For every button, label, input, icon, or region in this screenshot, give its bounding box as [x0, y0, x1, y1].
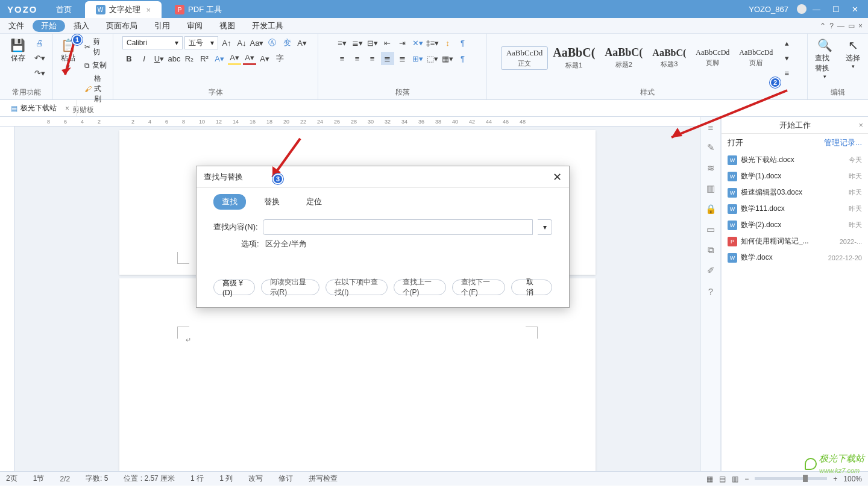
style-up-icon[interactable]: ▴ — [780, 36, 793, 49]
avatar-icon[interactable] — [797, 4, 807, 14]
align-left-icon[interactable]: ≡ — [336, 52, 349, 65]
recent-file-item[interactable]: W数学(2).docx昨天 — [724, 217, 866, 233]
style-footer[interactable]: AaBbCcDd页脚 — [691, 47, 734, 69]
manage-records-link[interactable]: 管理记录... — [824, 137, 862, 148]
menu-start[interactable]: 开始 — [33, 20, 65, 32]
cancel-button[interactable]: 取消 — [511, 280, 552, 295]
subscript-icon[interactable]: R₂ — [183, 52, 196, 65]
help-panel-icon[interactable]: ? — [705, 286, 716, 296]
multilevel-icon[interactable]: ⊟▾ — [366, 36, 379, 49]
linespace-icon[interactable]: ‡≡▾ — [426, 36, 439, 49]
status-revision[interactable]: 修订 — [278, 474, 293, 484]
tune-icon[interactable]: ≋ — [705, 163, 716, 174]
close-icon[interactable]: ✕ — [553, 170, 562, 184]
status-col[interactable]: 1 列 — [219, 474, 233, 484]
view-outline-icon[interactable]: ▥ — [732, 475, 738, 483]
menu-review[interactable]: 审阅 — [178, 18, 211, 33]
restore-icon[interactable]: ▭ — [848, 22, 855, 30]
menu-view[interactable]: 视图 — [211, 18, 244, 33]
find-in-button[interactable]: 在以下项中查找(I) — [326, 280, 388, 295]
find-prev-button[interactable]: 查找上一个(P) — [394, 280, 447, 295]
select-button[interactable]: ↖选择▾ — [841, 36, 864, 81]
char-border-icon[interactable]: A▾ — [295, 36, 309, 49]
copy2-icon[interactable]: ⧉ — [705, 245, 716, 255]
edit-icon[interactable]: ✐ — [705, 265, 716, 276]
change-case-icon[interactable]: Aa▾ — [250, 36, 263, 49]
align-center-icon[interactable]: ≡ — [351, 52, 364, 65]
dialog-tab-goto[interactable]: 定位 — [298, 194, 330, 210]
recent-file-item[interactable]: W极速编辑器03.docx昨天 — [724, 184, 866, 201]
bold-icon[interactable]: B — [122, 52, 136, 65]
close-icon[interactable]: × — [146, 5, 151, 14]
showmarks-icon[interactable]: ¶ — [456, 36, 470, 49]
close2-icon[interactable]: × — [858, 22, 863, 30]
status-overwrite[interactable]: 改写 — [248, 474, 263, 484]
highlight-icon[interactable]: A▾ — [228, 52, 241, 65]
tab-word[interactable]: W 文字处理 × — [85, 1, 162, 18]
style-h3[interactable]: AaBbC(标题3 — [647, 46, 691, 70]
find-input[interactable] — [263, 219, 533, 235]
font-name-combo[interactable]: Calibri▾ — [122, 36, 183, 49]
numbering-icon[interactable]: ≣▾ — [351, 36, 364, 49]
style-h1[interactable]: AaBbC(标题1 — [548, 45, 600, 71]
status-position[interactable]: 位置 : 2.57 厘米 — [124, 474, 175, 484]
font-size-combo[interactable]: 五号▾ — [184, 36, 218, 49]
style-normal[interactable]: AaBbCcDd正文 — [501, 46, 549, 70]
align-dist-icon[interactable]: ≣ — [396, 52, 409, 65]
border-icon[interactable]: ▦▾ — [441, 52, 454, 65]
advanced-button[interactable]: 高级 ¥(D) — [213, 280, 255, 295]
superscript-icon[interactable]: R² — [198, 52, 211, 65]
paragraph-icon[interactable]: ¶ — [456, 52, 470, 65]
menu-file[interactable]: 文件 — [0, 18, 33, 33]
decrease-font-icon[interactable]: A↓ — [235, 36, 248, 49]
menu-layout[interactable]: 页面布局 — [98, 18, 146, 33]
menu-insert[interactable]: 插入 — [65, 18, 98, 33]
help-icon[interactable]: ? — [829, 22, 834, 30]
status-page[interactable]: 2页 — [6, 474, 17, 484]
close-icon[interactable]: × — [858, 120, 863, 130]
increase-font-icon[interactable]: A↑ — [220, 36, 233, 49]
menu-ref[interactable]: 引用 — [146, 18, 178, 33]
style-more-icon[interactable]: ≡ — [780, 66, 793, 80]
doc-tab[interactable]: ▤ 极光下载站 × — [4, 100, 77, 116]
find-dropdown-icon[interactable]: ▾ — [538, 219, 552, 235]
menu-dev[interactable]: 开发工具 — [244, 18, 292, 33]
find-replace-button[interactable]: 🔍查找替换▾ — [811, 36, 838, 81]
maximize-icon[interactable]: ☐ — [826, 5, 846, 14]
shading-icon[interactable]: A▾ — [258, 52, 271, 65]
pencil-icon[interactable]: ✎ — [705, 142, 716, 153]
inc-indent-icon[interactable]: ⇥ — [396, 36, 409, 49]
status-section[interactable]: 1节 — [33, 474, 45, 484]
fontcolor-icon[interactable]: A▾ — [243, 52, 256, 65]
bullets-icon[interactable]: ≡▾ — [336, 36, 349, 49]
dec-indent-icon[interactable]: ⇤ — [381, 36, 394, 49]
redo-icon[interactable]: ↷▾ — [33, 66, 46, 80]
minimize-icon[interactable]: — — [807, 5, 826, 14]
copy-button[interactable]: ⧉复制 — [82, 60, 109, 71]
sort-icon[interactable]: ↕ — [441, 36, 454, 49]
tab-icon[interactable]: ✕▾ — [411, 36, 424, 49]
strike-icon[interactable]: abc — [168, 52, 181, 65]
status-words[interactable]: 字数: 5 — [86, 474, 108, 484]
save-button[interactable]: 💾保存 — [7, 36, 30, 80]
zoom-slider[interactable] — [755, 477, 827, 480]
clipboard-icon[interactable]: ▭ — [705, 224, 716, 235]
dialog-tab-replace[interactable]: 替换 — [256, 194, 288, 210]
zoom-value[interactable]: 100% — [843, 475, 862, 483]
italic-icon[interactable]: I — [137, 52, 151, 65]
align-right-icon[interactable]: ≡ — [366, 52, 379, 65]
layout-icon[interactable]: ▥ — [705, 183, 716, 194]
user-label[interactable]: YOZO_867 — [743, 5, 794, 14]
tab-home[interactable]: 首页 — [45, 1, 83, 18]
reading-highlight-button[interactable]: 阅读突出显示(R) — [261, 280, 319, 295]
status-pages[interactable]: 2/2 — [60, 475, 70, 483]
lock-icon[interactable]: 🔒 — [705, 204, 716, 214]
texteffect-icon[interactable]: A▾ — [213, 52, 226, 65]
tab-pdf[interactable]: P PDF 工具 — [164, 1, 233, 18]
view-web-icon[interactable]: ▤ — [719, 475, 726, 483]
clear-format-icon[interactable]: Ⓐ — [265, 36, 278, 49]
ruler-vertical[interactable] — [0, 127, 14, 471]
close-window-icon[interactable]: ✕ — [846, 5, 864, 14]
collapse-ribbon-icon[interactable]: ⌃ — [820, 22, 826, 30]
snap-icon[interactable]: ⊞▾ — [411, 52, 424, 65]
